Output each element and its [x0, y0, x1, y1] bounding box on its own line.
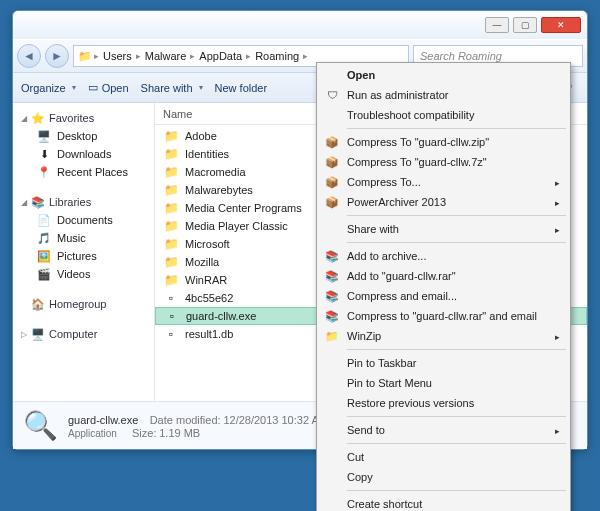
minimize-button[interactable]: —: [485, 17, 509, 33]
menu-item-icon: 📚: [321, 290, 343, 303]
context-menu-item[interactable]: 📦Compress To "guard-cllw.7z": [319, 152, 568, 172]
menu-item-icon: 📚: [321, 250, 343, 263]
sidebar-item-label: Documents: [57, 214, 113, 226]
bc-roaming[interactable]: Roaming: [253, 50, 301, 62]
bc-users[interactable]: Users: [101, 50, 134, 62]
context-menu-item[interactable]: 📚Add to archive...: [319, 246, 568, 266]
menu-item-label: Compress To...: [347, 176, 555, 188]
menu-item-label: Pin to Start Menu: [347, 377, 560, 389]
titlebar: — ▢ ✕: [13, 11, 587, 39]
submenu-arrow-icon: [555, 176, 560, 188]
context-menu-item[interactable]: 📦Compress To "guard-cllw.zip": [319, 132, 568, 152]
file-icon: 📁: [163, 201, 179, 215]
maximize-button[interactable]: ▢: [513, 17, 537, 33]
file-icon: 📁: [163, 237, 179, 251]
context-menu-item[interactable]: Open: [319, 65, 568, 85]
menu-item-label: Compress to "guard-cllw.rar" and email: [347, 310, 560, 322]
context-menu-item[interactable]: Cut: [319, 447, 568, 467]
context-menu-item[interactable]: Troubleshoot compatibility: [319, 105, 568, 125]
context-menu-item[interactable]: Copy: [319, 467, 568, 487]
menu-item-icon: 🛡: [321, 89, 343, 101]
context-menu-item[interactable]: 🛡Run as administrator: [319, 85, 568, 105]
menu-item-label: WinZip: [347, 330, 555, 342]
bc-appdata[interactable]: AppData: [197, 50, 244, 62]
detail-type: Application: [68, 428, 117, 439]
magnifier-icon: 🔍: [23, 409, 58, 442]
file-icon: ▫: [163, 327, 179, 341]
menu-item-label: Share with: [347, 223, 555, 235]
menu-item-label: PowerArchiver 2013: [347, 196, 555, 208]
back-button[interactable]: ◄: [17, 44, 41, 68]
context-menu-item[interactable]: 📚Compress and email...: [319, 286, 568, 306]
sidebar-homegroup[interactable]: ◢🏠Homegroup: [13, 295, 154, 313]
menu-item-icon: 📦: [321, 176, 343, 189]
new-folder-button[interactable]: New folder: [215, 82, 268, 94]
menu-item-label: Add to archive...: [347, 250, 560, 262]
menu-item-label: Troubleshoot compatibility: [347, 109, 560, 121]
open-button[interactable]: ▭Open: [88, 81, 129, 94]
menu-item-icon: 📁: [321, 330, 343, 343]
menu-item-label: Send to: [347, 424, 555, 436]
menu-item-label: Copy: [347, 471, 560, 483]
sidebar-item-icon: 📄: [37, 213, 51, 227]
menu-item-label: Compress and email...: [347, 290, 560, 302]
context-menu-item[interactable]: Pin to Start Menu: [319, 373, 568, 393]
submenu-arrow-icon: [555, 330, 560, 342]
sidebar-item[interactable]: 📍Recent Places: [13, 163, 154, 181]
file-icon: 📁: [163, 165, 179, 179]
context-menu-item[interactable]: 📚Add to "guard-cllw.rar": [319, 266, 568, 286]
context-menu-item[interactable]: Pin to Taskbar: [319, 353, 568, 373]
sidebar-favorites[interactable]: ◢⭐Favorites: [13, 109, 154, 127]
context-menu-item[interactable]: Send to: [319, 420, 568, 440]
menu-item-label: Open: [347, 69, 560, 81]
context-menu-item[interactable]: Share with: [319, 219, 568, 239]
file-icon: 📁: [163, 273, 179, 287]
menu-item-label: Pin to Taskbar: [347, 357, 560, 369]
close-button[interactable]: ✕: [541, 17, 581, 33]
file-icon: 📁: [163, 219, 179, 233]
forward-button[interactable]: ►: [45, 44, 69, 68]
menu-item-label: Cut: [347, 451, 560, 463]
search-placeholder: Search Roaming: [420, 50, 502, 62]
context-menu-item[interactable]: Create shortcut: [319, 494, 568, 511]
context-menu-item[interactable]: Restore previous versions: [319, 393, 568, 413]
organize-menu[interactable]: Organize: [21, 82, 76, 94]
sidebar-item[interactable]: 🖥️Desktop: [13, 127, 154, 145]
sidebar-item-label: Desktop: [57, 130, 97, 142]
folder-icon: 📁: [78, 50, 92, 63]
menu-item-label: Compress To "guard-cllw.7z": [347, 156, 560, 168]
submenu-arrow-icon: [555, 223, 560, 235]
menu-item-icon: 📦: [321, 156, 343, 169]
bc-malware[interactable]: Malware: [143, 50, 189, 62]
sidebar-computer[interactable]: ▷🖥️Computer: [13, 325, 154, 343]
sidebar-item-label: Videos: [57, 268, 90, 280]
menu-item-label: Run as administrator: [347, 89, 560, 101]
context-menu-item[interactable]: 📦PowerArchiver 2013: [319, 192, 568, 212]
sidebar-item[interactable]: 🎵Music: [13, 229, 154, 247]
context-menu-item[interactable]: 📦Compress To...: [319, 172, 568, 192]
sidebar-item-icon: 🖥️: [37, 129, 51, 143]
file-icon: 📁: [163, 129, 179, 143]
sidebar-item-icon: 🖼️: [37, 249, 51, 263]
menu-item-icon: 📚: [321, 310, 343, 323]
sidebar-item-label: Music: [57, 232, 86, 244]
context-menu-item[interactable]: 📁WinZip: [319, 326, 568, 346]
sidebar-item[interactable]: 🖼️Pictures: [13, 247, 154, 265]
menu-item-label: Compress To "guard-cllw.zip": [347, 136, 560, 148]
menu-item-label: Add to "guard-cllw.rar": [347, 270, 560, 282]
sidebar-item[interactable]: ⬇Downloads: [13, 145, 154, 163]
file-icon: ▫: [163, 291, 179, 305]
share-menu[interactable]: Share with: [141, 82, 203, 94]
file-icon: 📁: [163, 183, 179, 197]
sidebar-item-icon: 🎬: [37, 267, 51, 281]
sidebar-libraries[interactable]: ◢📚Libraries: [13, 193, 154, 211]
sidebar-item[interactable]: 🎬Videos: [13, 265, 154, 283]
sidebar-item-label: Recent Places: [57, 166, 128, 178]
submenu-arrow-icon: [555, 196, 560, 208]
context-menu-item[interactable]: 📚Compress to "guard-cllw.rar" and email: [319, 306, 568, 326]
sidebar-item-icon: ⬇: [37, 147, 51, 161]
context-menu: Open🛡Run as administratorTroubleshoot co…: [316, 62, 571, 511]
sidebar-item[interactable]: 📄Documents: [13, 211, 154, 229]
file-icon: ▫: [164, 309, 180, 323]
menu-item-icon: 📦: [321, 136, 343, 149]
